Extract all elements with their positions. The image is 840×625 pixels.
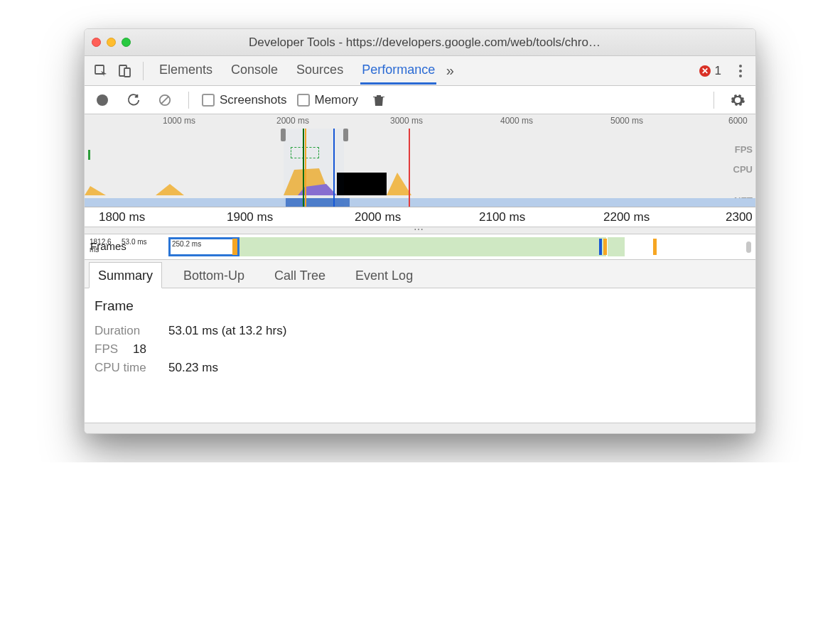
ruler-tick: 5000 ms: [610, 116, 643, 126]
collect-garbage-button[interactable]: [368, 89, 389, 111]
maximize-window-button[interactable]: [122, 38, 131, 47]
ruler-tick: 3000 ms: [390, 116, 423, 126]
checkbox-icon: [202, 94, 215, 107]
tab-sources[interactable]: Sources: [295, 57, 345, 85]
frame-segment[interactable]: [239, 237, 606, 256]
selection-handle-right[interactable]: [343, 129, 348, 141]
svg-line-4: [161, 96, 169, 104]
details-tabs: Summary Bottom-Up Call Tree Event Log: [85, 260, 755, 288]
detail-ruler[interactable]: 1800 ms 1900 ms 2000 ms 2100 ms 2200 ms …: [85, 207, 755, 227]
ruler-tick: 1900 ms: [227, 210, 273, 224]
ruler-tick: 2100 ms: [479, 210, 525, 224]
more-tabs-icon[interactable]: »: [439, 60, 461, 82]
frames-label: Frames: [90, 240, 126, 252]
performance-toolbar: Screenshots Memory: [85, 86, 755, 114]
fps-value: 18: [133, 342, 146, 357]
overview-ruler: 1000 ms 2000 ms 3000 ms 4000 ms 5000 ms …: [85, 114, 755, 129]
footer-spacer: [85, 423, 755, 433]
tab-bottom-up[interactable]: Bottom-Up: [175, 263, 253, 288]
titlebar: Developer Tools - https://developers.goo…: [85, 29, 755, 56]
ruler-tick: 1000 ms: [163, 116, 195, 126]
ruler-tick: 1800 ms: [99, 210, 145, 224]
summary-row-cpu: CPU time 50.23 ms: [95, 361, 745, 375]
drag-handle-icon[interactable]: ⋯: [85, 227, 755, 234]
duration-label: Duration: [95, 324, 160, 338]
svg-rect-2: [124, 68, 130, 77]
screenshots-toggle[interactable]: Screenshots: [202, 93, 287, 107]
frame-segment[interactable]: [608, 237, 625, 256]
window-controls: [92, 38, 131, 47]
summary-panel: Frame Duration 53.01 ms (at 13.2 hrs) FP…: [85, 288, 755, 423]
summary-row-fps: FPS 18: [95, 342, 745, 357]
reload-button[interactable]: [123, 89, 144, 111]
checkbox-icon: [297, 94, 310, 107]
overview-timeline[interactable]: 1000 ms 2000 ms 3000 ms 4000 ms 5000 ms …: [85, 114, 755, 207]
main-tabs: Elements Console Sources Performance: [158, 57, 436, 85]
fps-label: FPS: [95, 342, 124, 357]
inspect-element-icon[interactable]: [90, 60, 112, 82]
ruler-tick: 6000: [728, 116, 748, 126]
net-track: [85, 198, 755, 207]
cpu-graph: [85, 163, 756, 195]
error-icon: ✕: [699, 65, 711, 77]
frame-segment-selected[interactable]: 250.2 ms: [168, 237, 239, 256]
minimize-window-button[interactable]: [107, 38, 116, 47]
error-indicator[interactable]: ✕ 1: [699, 64, 721, 78]
selection-handle-left[interactable]: [281, 129, 286, 141]
fps-track-label: FPS: [735, 144, 753, 155]
clear-button[interactable]: [154, 89, 176, 111]
summary-heading: Frame: [95, 298, 745, 314]
screenshots-label: Screenshots: [220, 93, 287, 107]
overview-tracks: FPS CPU NET: [85, 129, 755, 207]
scrollbar-thumb[interactable]: [746, 241, 751, 253]
tab-call-tree[interactable]: Call Tree: [266, 263, 334, 288]
record-icon: [97, 94, 108, 106]
tab-elements[interactable]: Elements: [158, 57, 214, 85]
menu-icon[interactable]: [731, 65, 750, 77]
tab-performance[interactable]: Performance: [360, 57, 436, 85]
memory-label: Memory: [315, 93, 358, 107]
ruler-tick: 2200 ms: [603, 210, 650, 224]
marker-line: [409, 129, 410, 207]
device-toolbar-icon[interactable]: [114, 60, 136, 82]
close-window-button[interactable]: [92, 38, 101, 47]
duration-value: 53.01 ms (at 13.2 hrs): [168, 324, 286, 338]
main-tabstrip: Elements Console Sources Performance » ✕…: [85, 56, 755, 86]
capture-settings-button[interactable]: [727, 89, 748, 111]
trash-icon: [373, 94, 384, 107]
ruler-tick: 2000 ms: [276, 116, 309, 126]
svg-rect-5: [337, 173, 387, 195]
gear-icon: [731, 93, 745, 107]
window-title: Developer Tools - https://developers.goo…: [144, 36, 748, 50]
cpu-time-label: CPU time: [95, 361, 160, 375]
cpu-time-value: 50.23 ms: [168, 361, 218, 375]
overview-selection[interactable]: [284, 129, 344, 207]
record-button[interactable]: [92, 89, 113, 111]
ruler-tick: 2300: [726, 210, 753, 224]
ruler-tick: 4000 ms: [500, 116, 533, 126]
frames-track[interactable]: 1812.6 ms 53.0 ms 250.2 ms Frames: [85, 234, 755, 260]
tab-summary[interactable]: Summary: [89, 262, 162, 288]
memory-toggle[interactable]: Memory: [297, 93, 358, 107]
tab-console[interactable]: Console: [230, 57, 279, 85]
error-count: 1: [715, 64, 721, 78]
summary-row-duration: Duration 53.01 ms (at 13.2 hrs): [95, 324, 745, 338]
tab-event-log[interactable]: Event Log: [347, 263, 421, 288]
devtools-window: Developer Tools - https://developers.goo…: [84, 28, 756, 434]
ruler-tick: 2000 ms: [355, 210, 401, 224]
